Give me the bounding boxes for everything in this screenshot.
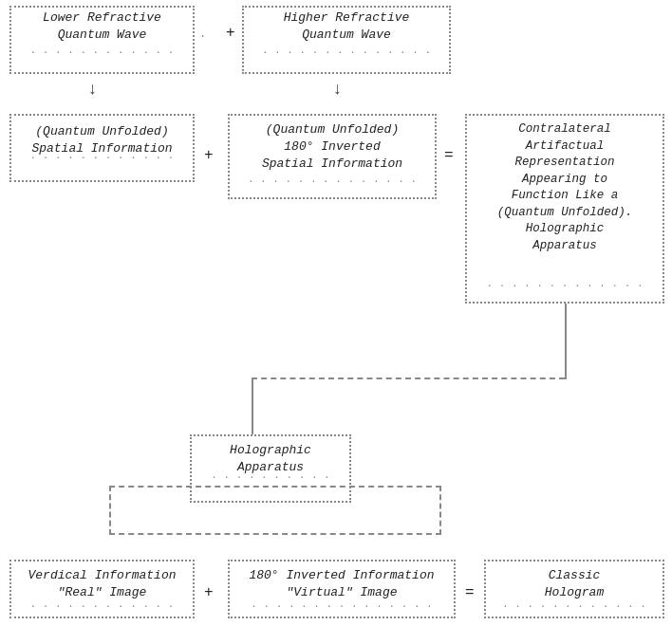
contralateral-dots: . . . . . . . . . . . . . xyxy=(465,277,664,291)
higher-refractive-text: Higher Refractive Quantum Wave xyxy=(242,9,451,44)
hline-dashed-top xyxy=(252,377,565,379)
spatial-dots: . . . . . . . . . . . . xyxy=(9,149,195,163)
equals-operator-middle: = xyxy=(444,147,454,164)
classic-hologram-dots: . . . . . . . . . . . . xyxy=(484,598,664,612)
inverted-dots: . . . . . . . . . . . . . . xyxy=(228,173,437,187)
verdical-text: Verdical Information "Real" Image xyxy=(9,567,195,601)
contralateral-text: Contralateral Artifactual Representation… xyxy=(465,121,664,254)
plus-operator-top: + xyxy=(226,25,235,42)
verdical-dots: . . . . . . . . . . . . xyxy=(9,598,195,612)
holographic-dots: . . . . . . . . . . xyxy=(190,469,351,483)
plus-operator-middle: + xyxy=(204,147,214,164)
quantum-unfolded-180-text: (Quantum Unfolded) 180° Inverted Spatial… xyxy=(228,121,437,174)
higher-dots: . . . . . . . . . . . . . . xyxy=(242,44,451,58)
lower-refractive-text: Lower Refractive Quantum Wave xyxy=(9,9,195,44)
inverted-info-text: 180° Inverted Information "Virtual" Imag… xyxy=(228,567,456,601)
arrow-down-left: ↓ xyxy=(87,80,98,99)
inverted-info-dots: . . . . . . . . . . . . . . . xyxy=(228,598,456,612)
equals-operator-bottom: = xyxy=(465,584,475,601)
plus-operator-bottom: + xyxy=(204,584,214,601)
vline-left xyxy=(252,377,253,434)
classic-hologram-text: Classic Hologram xyxy=(484,567,664,601)
arrow-down-right: ↓ xyxy=(332,80,343,99)
lower-dots: . . . . . . . . . . . . xyxy=(9,44,195,58)
vline-right xyxy=(565,304,567,379)
holographic-dashed-box xyxy=(109,486,441,535)
center-dot-top: . xyxy=(199,27,206,43)
